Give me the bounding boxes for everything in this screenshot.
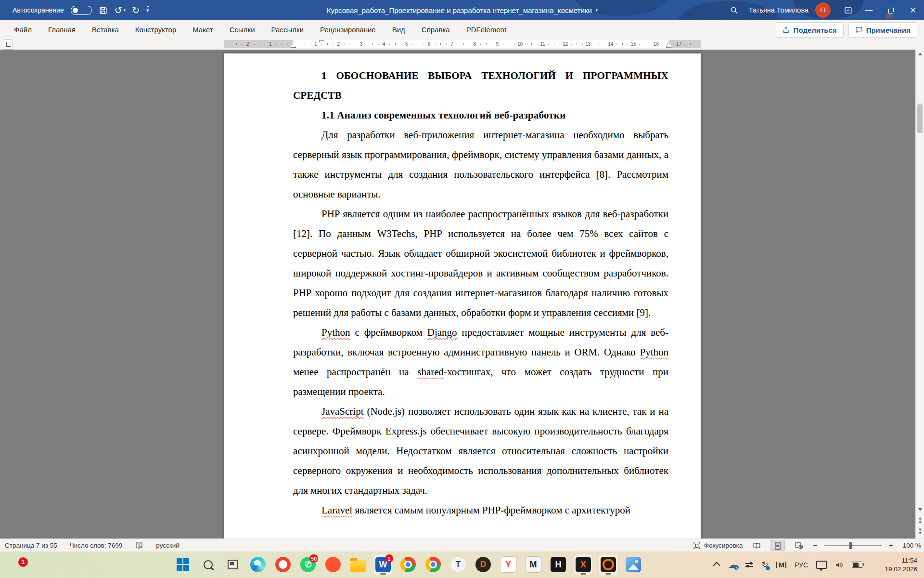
document-page[interactable]: 1 ОБОСНОВАНИЕ ВЫБОРА ТЕХНОЛОГИЙ И ПРОГРА…: [224, 53, 701, 539]
app-x-orange-taskbar-button[interactable]: X: [574, 554, 593, 575]
tab-stop-selector[interactable]: [3, 39, 13, 50]
zoom-percentage[interactable]: 100 %: [900, 542, 921, 549]
tray-sliders-icon[interactable]: [745, 563, 753, 567]
user-name[interactable]: Татьяна Томилова: [749, 6, 808, 14]
minimize-button[interactable]: —: [858, 0, 880, 20]
whatsapp-badge: 50: [309, 554, 318, 563]
photos-icon: [626, 557, 641, 572]
tab-главная[interactable]: Главная: [41, 22, 83, 37]
print-layout-button[interactable]: [770, 540, 785, 551]
next-page-icon[interactable]: [916, 527, 924, 536]
chrome-taskbar-button[interactable]: [398, 554, 418, 575]
ruler-tick: [350, 43, 350, 45]
scroll-down-icon[interactable]: [916, 505, 924, 513]
zoom-out-button[interactable]: −: [813, 541, 817, 550]
start-taskbar-button[interactable]: [173, 554, 192, 575]
language-indicator[interactable]: русский: [156, 542, 179, 549]
body-paragraph[interactable]: Python с фреймворком Django предоставляе…: [293, 323, 668, 402]
web-layout-button[interactable]: [792, 540, 806, 551]
yandex-taskbar-button[interactable]: Y: [499, 554, 518, 575]
taskbar-clock[interactable]: 11:54 19.02.2026: [885, 552, 917, 578]
misspelled-word: Python: [321, 327, 350, 338]
scrollbar-thumb[interactable]: [917, 104, 923, 133]
share-button[interactable]: Поделиться: [776, 22, 844, 38]
tab-рецензирование[interactable]: Рецензирование: [313, 22, 383, 37]
horizontal-ruler[interactable]: 211234567891011121314151617: [224, 40, 701, 48]
word-taskbar-button[interactable]: W1: [373, 554, 393, 575]
vertical-scrollbar[interactable]: [915, 50, 924, 539]
task-view-taskbar-button[interactable]: [223, 554, 243, 575]
body-paragraph[interactable]: PHP является одним из наиболее распростр…: [293, 204, 668, 323]
comments-button[interactable]: Примечания: [848, 22, 917, 38]
search-taskbar-button[interactable]: [198, 554, 218, 575]
quick-access-toolbar-icon[interactable]: ▾: [146, 8, 149, 13]
app-circle-t-taskbar-button[interactable]: T: [449, 554, 468, 575]
ribbon-display-options-icon[interactable]: [838, 0, 858, 20]
word-count[interactable]: Число слов: 7699: [70, 542, 123, 549]
tray-sync-icon[interactable]: ↻: [761, 560, 768, 570]
save-icon[interactable]: [99, 6, 108, 15]
browser-red-ring-taskbar-button[interactable]: [273, 554, 293, 575]
tab-вставка[interactable]: Вставка: [85, 22, 126, 37]
mail-m-taskbar-button[interactable]: М: [524, 554, 543, 575]
volume-icon[interactable]: [835, 561, 844, 569]
heading-paragraph[interactable]: 1 ОБОСНОВАНИЕ ВЫБОРА ТЕХНОЛОГИЙ И ПРОГРА…: [293, 66, 668, 105]
tab-рассылки[interactable]: Рассылки: [264, 22, 311, 37]
previous-page-icon[interactable]: [916, 516, 924, 524]
body-paragraph[interactable]: Для разработки веб-приложения интернет-м…: [293, 125, 668, 204]
page-indicator[interactable]: Страница 7 из 55: [5, 542, 57, 549]
tab-pdfelement[interactable]: PDFelement: [459, 22, 513, 37]
zoom-slider[interactable]: [824, 545, 882, 546]
app-h-dark-taskbar-button[interactable]: H: [549, 554, 568, 575]
tab-вид[interactable]: Вид: [385, 22, 412, 37]
ruler-dot: [582, 44, 583, 45]
file-explorer-taskbar-button[interactable]: [348, 554, 368, 575]
display-connect-icon[interactable]: [816, 561, 827, 569]
tray-m-icon[interactable]: М: [776, 562, 786, 568]
ruler-tick: [282, 43, 282, 45]
whatsapp-taskbar-button[interactable]: ✆50: [298, 554, 318, 575]
photos-taskbar-button[interactable]: [624, 554, 643, 575]
zoom-in-button[interactable]: +: [889, 541, 893, 550]
search-icon[interactable]: [725, 0, 744, 20]
battery-icon[interactable]: [852, 562, 862, 568]
ruler-dot: [594, 44, 594, 45]
edge-browser-taskbar-button[interactable]: [248, 554, 268, 575]
body-paragraph[interactable]: Laravel является самым популярным PHP-фр…: [293, 500, 668, 520]
undo-icon[interactable]: ↺▾: [115, 6, 125, 15]
autosave-toggle[interactable]: [71, 6, 92, 15]
page-text[interactable]: 1 ОБОСНОВАНИЕ ВЫБОРА ТЕХНОЛОГИЙ И ПРОГРА…: [224, 53, 701, 520]
heading-paragraph[interactable]: 1.1 Анализ современных технологий веб-ра…: [293, 105, 668, 125]
notification-badge[interactable]: 1: [18, 557, 28, 567]
tab-ссылки[interactable]: Ссылки: [222, 22, 262, 37]
tab-справка[interactable]: Справка: [414, 22, 457, 37]
zoom-slider-thumb[interactable]: [849, 542, 852, 549]
app-circle-d-taskbar-button[interactable]: D: [474, 554, 493, 575]
ruler-tick: [486, 43, 487, 45]
onedrive-icon[interactable]: ☁i: [728, 559, 737, 570]
tab-конструктор[interactable]: Конструктор: [128, 22, 184, 37]
read-mode-button[interactable]: [749, 540, 764, 551]
ruler-dot: [548, 44, 549, 45]
user-avatar[interactable]: ТТ: [815, 2, 831, 18]
tray-language[interactable]: РУС: [795, 561, 808, 569]
tray-chevron-up-icon[interactable]: [715, 562, 720, 567]
app-camera-dark-taskbar-button[interactable]: [599, 554, 618, 575]
proofing-errors-icon[interactable]: [135, 542, 143, 550]
mail-m-icon: М: [526, 557, 541, 572]
undo-dropdown-icon[interactable]: ▾: [123, 8, 126, 13]
ruler-dot: [526, 44, 526, 45]
chrome-profile-2-taskbar-button[interactable]: [424, 554, 443, 575]
restore-button[interactable]: [880, 0, 902, 20]
ruler-tick: [418, 43, 418, 45]
tab-файл[interactable]: Файл: [7, 22, 39, 37]
focus-mode-button[interactable]: Фокусировка: [693, 542, 743, 550]
close-button[interactable]: ×: [902, 0, 924, 20]
redo-icon[interactable]: ↻: [132, 6, 140, 15]
ruler-dot: [435, 44, 436, 45]
app-orange-circle-taskbar-button[interactable]: [323, 554, 343, 575]
scroll-up-icon[interactable]: [916, 50, 924, 58]
ruler-dot: [265, 44, 265, 45]
tab-макет[interactable]: Макет: [185, 22, 220, 37]
body-paragraph[interactable]: JavaScript (Node.js) позволяет использов…: [293, 402, 668, 500]
